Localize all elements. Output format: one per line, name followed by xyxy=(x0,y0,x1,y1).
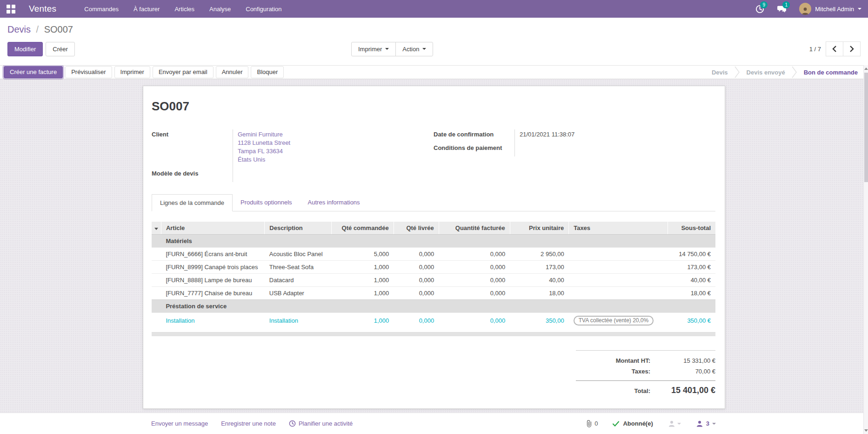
user-menu[interactable]: Mitchell Admin xyxy=(799,3,861,15)
messages-menu-button[interactable]: 1 xyxy=(777,4,787,14)
chevron-down-icon xyxy=(858,8,861,10)
payment-terms-label: Conditions de paiement xyxy=(434,143,514,156)
status-step-devis[interactable]: Devis xyxy=(712,69,728,76)
avatar xyxy=(799,3,811,15)
cell-description: Acoustic Bloc Panel xyxy=(265,248,332,261)
nav-menu-commandes[interactable]: Commandes xyxy=(84,6,119,13)
print-button[interactable]: Imprimer xyxy=(114,66,150,78)
table-bottom-strip xyxy=(152,332,715,336)
chatter: Envoyer un message Enregistrer une note … xyxy=(0,413,868,434)
taxes-label: Taxes: xyxy=(632,368,650,375)
quotation-template-label: Modèle de devis xyxy=(152,169,233,182)
client-name-link[interactable]: Gemini Furniture xyxy=(238,130,434,139)
top-navbar: Ventes Commandes À facturer Articles Ana… xyxy=(0,0,868,18)
total-value: 15 401,00 € xyxy=(650,386,715,395)
cell-article: [FURN_7777] Chaise de bureau xyxy=(161,287,264,300)
nav-menus: Commandes À facturer Articles Analyse Co… xyxy=(84,6,281,13)
taxes-value: 70,00 € xyxy=(650,368,715,375)
table-header-row: Article Description Qté commandée Qté li… xyxy=(152,222,715,235)
column-header-unit-price[interactable]: Prix unitaire xyxy=(510,222,569,235)
column-header-taxes[interactable]: Taxes xyxy=(569,222,668,235)
scrollbar-down-arrow[interactable] xyxy=(864,429,868,432)
section-row-materiels[interactable]: Matériels xyxy=(152,235,715,248)
cell-article: [FURN_8888] Lampe de bureau xyxy=(161,274,264,287)
apps-grid-icon xyxy=(7,5,15,14)
left-field-group: Client Gemini Furniture 1128 Lunetta Str… xyxy=(152,129,434,182)
statusbar: Créer une facture Prévisualiser Imprimer… xyxy=(0,65,868,79)
table-row[interactable]: [FURN_8999] Canapé trois places Three-Se… xyxy=(152,261,715,274)
followers-button[interactable]: 3 xyxy=(696,420,716,427)
activity-menu-button[interactable]: 9 xyxy=(754,4,765,14)
activity-count-badge: 9 xyxy=(760,1,768,8)
tab-optional-products[interactable]: Produits optionnels xyxy=(233,194,300,211)
pager-counter: 1 / 7 xyxy=(809,46,821,53)
table-row[interactable]: [FURN_6666] Écrans ant-bruit Acoustic Bl… xyxy=(152,248,715,261)
quotation-template-value xyxy=(233,169,434,182)
tax-badge: TVA collectée (vente) 20,0% xyxy=(574,316,654,326)
client-city[interactable]: Tampa FL 33634 xyxy=(238,147,434,156)
tab-order-lines[interactable]: Lignes de la commande xyxy=(152,194,233,211)
column-header-qty-invoiced[interactable]: Quantité facturée xyxy=(439,222,510,235)
order-title: SO007 xyxy=(152,99,715,114)
column-header-article[interactable]: Article xyxy=(161,222,264,235)
tab-other-info[interactable]: Autres informations xyxy=(300,194,368,211)
cell-description: Installation xyxy=(265,313,332,329)
table-row-installation[interactable]: Installation Installation 1,000 0,000 0,… xyxy=(152,313,715,329)
column-header-qty-delivered[interactable]: Qté livrée xyxy=(394,222,439,235)
nav-menu-configuration[interactable]: Configuration xyxy=(246,6,281,13)
check-icon xyxy=(613,421,619,427)
follower-avatar-dropdown[interactable] xyxy=(668,420,681,427)
edit-button[interactable]: Modifier xyxy=(7,42,43,56)
vertical-scrollbar[interactable] xyxy=(863,65,868,434)
breadcrumb-parent-link[interactable]: Devis xyxy=(7,24,31,34)
column-header-description[interactable]: Description xyxy=(265,222,332,235)
pager-next-button[interactable] xyxy=(843,41,861,56)
chevron-down-icon xyxy=(385,48,389,50)
section-row-prestation[interactable]: Préstation de service xyxy=(152,300,715,313)
person-icon xyxy=(668,420,675,427)
table-row[interactable]: [FURN_7777] Chaise de bureau USB Adapter… xyxy=(152,287,715,300)
expand-all-toggle[interactable] xyxy=(152,222,161,235)
nav-menu-analyse[interactable]: Analyse xyxy=(209,6,231,13)
table-row[interactable]: [FURN_8888] Lampe de bureau Datacard 1,0… xyxy=(152,274,715,287)
action-dropdown-button[interactable]: Action xyxy=(395,42,433,56)
total-label: Total: xyxy=(634,387,650,394)
status-step-devis-envoye[interactable]: Devis envoyé xyxy=(747,69,785,76)
attachment-count: 0 xyxy=(594,420,598,427)
log-note-link[interactable]: Enregistrer une note xyxy=(221,420,276,427)
lock-button[interactable]: Bloquer xyxy=(251,66,284,78)
send-message-link[interactable]: Envoyer un message xyxy=(151,420,208,427)
user-name: Mitchell Admin xyxy=(815,6,854,13)
client-country[interactable]: États Unis xyxy=(238,156,434,164)
confirmation-date-value: 21/01/2021 11:38:07 xyxy=(514,129,715,143)
nav-menu-articles[interactable]: Articles xyxy=(174,6,194,13)
nav-menu-a-facturer[interactable]: À facturer xyxy=(134,6,160,13)
pager-previous-button[interactable] xyxy=(826,41,843,56)
form-sheet: SO007 Client Gemini Furniture 1128 Lunet… xyxy=(143,86,725,409)
totals-block: Montant HT: 15 331,00 € Taxes: 70,00 € T… xyxy=(576,350,715,397)
chevron-down-icon xyxy=(677,423,681,425)
column-header-qty-ordered[interactable]: Qté commandée xyxy=(332,222,394,235)
cell-description: Three-Seat Sofa xyxy=(265,261,332,274)
apps-menu-button[interactable] xyxy=(0,0,21,18)
schedule-activity-link[interactable]: Planifier une activité xyxy=(289,420,353,427)
client-street[interactable]: 1128 Lunetta Street xyxy=(238,139,434,147)
paperclip-icon xyxy=(586,420,592,427)
scrollbar-thumb[interactable] xyxy=(864,73,868,182)
breadcrumb-separator: / xyxy=(33,24,42,34)
send-email-button[interactable]: Envoyer par email xyxy=(153,66,214,78)
chevron-left-icon xyxy=(832,46,837,52)
preview-button[interactable]: Prévisualiser xyxy=(65,66,112,78)
chevron-down-icon xyxy=(712,423,716,425)
cancel-button[interactable]: Annuler xyxy=(216,66,249,78)
print-dropdown-button[interactable]: Imprimer xyxy=(351,42,396,56)
message-count-badge: 1 xyxy=(782,1,790,8)
column-header-subtotal[interactable]: Sous-total xyxy=(668,222,715,235)
scrollbar-up-arrow[interactable] xyxy=(864,68,868,70)
status-step-bon-de-commande[interactable]: Bon de commande xyxy=(804,69,858,76)
create-button[interactable]: Créer xyxy=(46,42,75,56)
following-button[interactable]: Abonné(e) xyxy=(613,420,653,427)
cell-description: USB Adapter xyxy=(265,287,332,300)
create-invoice-button[interactable]: Créer une facture xyxy=(4,66,63,78)
attachments-button[interactable]: 0 xyxy=(586,420,598,427)
